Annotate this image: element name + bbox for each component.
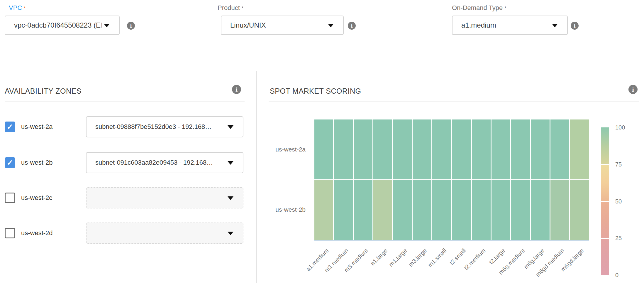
colorbar-tick-label: 75 (615, 161, 622, 168)
heatmap-cell-us-west-2a-m1.large (393, 119, 412, 179)
colorbar-segment (601, 165, 609, 201)
chevron-down-icon (228, 196, 233, 200)
chevron-down-icon (228, 125, 233, 129)
availability-zones-title: AVAILABILITY ZONES (5, 87, 82, 95)
zone-checkbox-us-west-2c[interactable] (5, 193, 15, 203)
zone-label: us-west-2d (21, 229, 53, 237)
heatmap-x-axis-line (314, 240, 589, 241)
heatmap-cell-us-west-2b-m6g.large (531, 180, 550, 240)
colorbar-tick-label: 0 (615, 272, 618, 279)
subnet-select-us-west-2d[interactable] (86, 223, 243, 244)
chevron-down-icon (328, 24, 334, 27)
heatmap-cell-us-west-2a-a1.medium (314, 119, 333, 179)
zone-label: us-west-2b (21, 159, 53, 166)
heatmap-cell-us-west-2b-m6gd.medium (550, 180, 569, 240)
product-label-text: Product (218, 4, 240, 11)
heatmap-cell-us-west-2a-t2.small (452, 119, 471, 179)
heatmap-cell-us-west-2b-m6g.medium (511, 180, 530, 240)
colorbar-tick-label: 50 (615, 198, 622, 205)
zone-row: ✓us-west-2asubnet-09888f7be5152d0e3 - 19… (5, 116, 243, 137)
vpc-select[interactable]: vpc-0adcb70f645508223 (EKS-VPC) (5, 16, 120, 35)
vpc-field-label: VPC* (9, 4, 26, 12)
heatmap-colorbar (601, 127, 609, 275)
panel-divider (256, 71, 257, 283)
ondemand-type-select[interactable]: a1.medium (452, 16, 568, 35)
colorbar-tick-label: 100 (615, 124, 625, 131)
subnet-select-value: subnet-091c603aa82e09453 - 192.168… (95, 159, 213, 166)
spot-market-scoring-info-icon[interactable]: i (628, 85, 638, 94)
heatmap-cell-us-west-2a-m6g.large (531, 119, 550, 179)
product-field-label: Product* (218, 4, 243, 12)
zone-checkbox-us-west-2a[interactable]: ✓ (5, 122, 15, 132)
heatmap-cell-us-west-2a-a1.large (373, 119, 392, 179)
availability-zones-info-icon[interactable]: i (232, 85, 241, 94)
product-select[interactable]: Linux/UNIX (221, 16, 344, 35)
heatmap-cell-us-west-2b-m1.large (393, 180, 412, 240)
heatmap-cell-us-west-2b-t2.small (452, 180, 471, 240)
zone-checkbox-us-west-2b[interactable]: ✓ (5, 157, 15, 168)
spot-market-scoring-title: SPOT MARKET SCORING (270, 87, 361, 95)
heatmap-cell-us-west-2b-m6gd.large (570, 180, 589, 240)
zone-label: us-west-2a (21, 123, 53, 131)
subnet-select-us-west-2a[interactable]: subnet-09888f7be5152d0e3 - 192.168… (86, 116, 243, 137)
chevron-down-icon (228, 161, 233, 165)
heatmap-cell-us-west-2a-m6gd.large (570, 119, 589, 179)
ondemand-type-label-text: On-Demand Type (452, 4, 503, 11)
heatmap-row-label: us-west-2b (262, 206, 306, 213)
zone-row: us-west-2c (5, 187, 243, 208)
heatmap-cell-us-west-2b-a1.large (373, 180, 392, 240)
product-select-value: Linux/UNIX (230, 21, 266, 29)
colorbar-segment (601, 239, 609, 275)
heatmap-cell-us-west-2a-m1.small (432, 119, 451, 179)
subnet-select-us-west-2b[interactable]: subnet-091c603aa82e09453 - 192.168… (86, 152, 243, 173)
spot-market-scoring-divider (269, 102, 639, 102)
chevron-down-icon (104, 24, 110, 27)
colorbar-segment (601, 127, 609, 164)
heatmap-cell-us-west-2a-m3.large (413, 119, 431, 179)
ondemand-type-info-icon[interactable]: i (571, 22, 579, 30)
subnet-select-us-west-2c[interactable] (86, 187, 243, 208)
vpc-select-value: vpc-0adcb70f645508223 (EKS-VPC) (14, 21, 101, 29)
product-info-icon[interactable]: i (348, 22, 356, 30)
heatmap-cell-us-west-2b-m1.small (432, 180, 451, 240)
heatmap-cell-us-west-2a-m3.medium (354, 119, 372, 179)
heatmap-cell-us-west-2b-a1.medium (314, 180, 333, 240)
required-asterisk: * (242, 6, 243, 11)
required-asterisk: * (24, 6, 26, 11)
heatmap-cell-us-west-2b-t2.large (492, 180, 510, 240)
zone-label: us-west-2c (21, 194, 52, 202)
spot-score-heatmap (314, 119, 589, 240)
ondemand-type-select-value: a1.medium (461, 21, 496, 29)
availability-zones-divider (5, 102, 245, 102)
heatmap-cell-us-west-2b-m1.medium (334, 180, 353, 240)
heatmap-cell-us-west-2a-m1.medium (334, 119, 353, 179)
zone-checkbox-us-west-2d[interactable] (5, 228, 15, 238)
colorbar-tick-label: 25 (615, 235, 622, 242)
heatmap-cell-us-west-2b-m3.medium (354, 180, 372, 240)
vpc-label-text: VPC (9, 4, 22, 11)
heatmap-cell-us-west-2a-t2.medium (472, 119, 491, 179)
heatmap-row-label: us-west-2a (262, 146, 306, 153)
heatmap-cell-us-west-2a-m6gd.medium (550, 119, 569, 179)
heatmap-cell-us-west-2a-m6g.medium (511, 119, 530, 179)
zone-row: us-west-2d (5, 223, 243, 244)
zone-row: ✓us-west-2bsubnet-091c603aa82e09453 - 19… (5, 152, 243, 173)
chevron-down-icon (552, 24, 558, 27)
chevron-down-icon (228, 232, 233, 235)
heatmap-cell-us-west-2b-m3.large (413, 180, 431, 240)
colorbar-segment (601, 202, 609, 238)
availability-zones-list: ✓us-west-2asubnet-09888f7be5152d0e3 - 19… (5, 116, 243, 245)
heatmap-cell-us-west-2b-t2.medium (472, 180, 491, 240)
ondemand-type-field-label: On-Demand Type* (452, 4, 506, 12)
vpc-info-icon[interactable]: i (127, 22, 135, 30)
required-asterisk: * (504, 6, 506, 11)
subnet-select-value: subnet-09888f7be5152d0e3 - 192.168… (95, 123, 211, 131)
heatmap-cell-us-west-2a-t2.large (492, 119, 510, 179)
